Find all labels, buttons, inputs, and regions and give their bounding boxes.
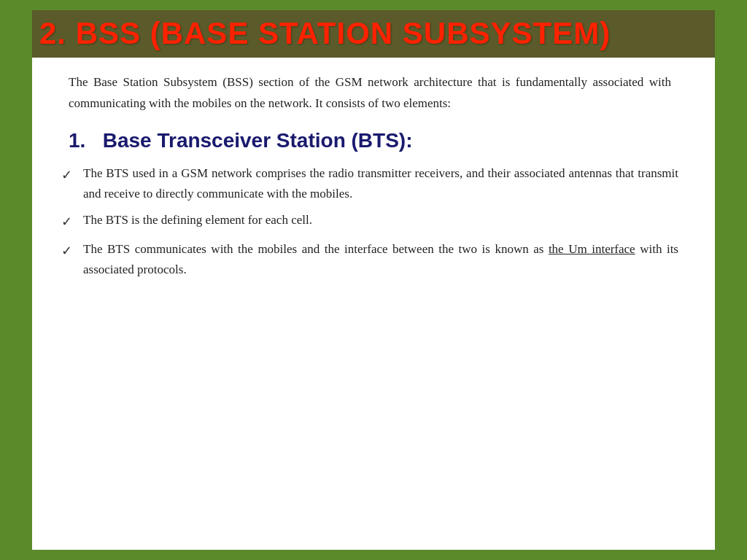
checkmark-icon: ✓ <box>61 211 76 233</box>
bullet-text-2: The BTS is the defining element for each… <box>83 210 678 230</box>
list-item: ✓ The BTS is the defining element for ea… <box>61 210 678 233</box>
intro-paragraph: The Base Station Subsystem (BSS) section… <box>61 72 678 114</box>
bullet-text-3: The BTS communicates with the mobiles an… <box>83 239 678 280</box>
list-item: ✓ The BTS used in a GSM network comprise… <box>61 163 678 204</box>
title-bar: 2. BSS (BASE STATION SUBSYSTEM) <box>32 10 715 58</box>
page-title: 2. BSS (BASE STATION SUBSYSTEM) <box>32 17 611 50</box>
list-item: ✓ The BTS communicates with the mobiles … <box>61 239 678 280</box>
section-number: 1. <box>69 129 85 152</box>
content-area: The Base Station Subsystem (BSS) section… <box>32 58 715 550</box>
bullet-text-1: The BTS used in a GSM network comprises … <box>83 163 678 204</box>
checkmark-icon: ✓ <box>61 165 76 187</box>
section-label: Base Transceiver Station (BTS): <box>103 129 413 152</box>
right-border <box>715 10 731 550</box>
um-interface-link[interactable]: the Um interface <box>549 242 635 256</box>
inner-content: 2. BSS (BASE STATION SUBSYSTEM) The Base… <box>32 10 715 550</box>
checkmark-icon: ✓ <box>61 241 76 262</box>
section-heading-bts: 1. Base Transceiver Station (BTS): <box>61 129 678 152</box>
slide: 2. BSS (BASE STATION SUBSYSTEM) The Base… <box>16 10 731 550</box>
left-border <box>16 10 32 550</box>
bullet-list: ✓ The BTS used in a GSM network comprise… <box>61 163 678 280</box>
